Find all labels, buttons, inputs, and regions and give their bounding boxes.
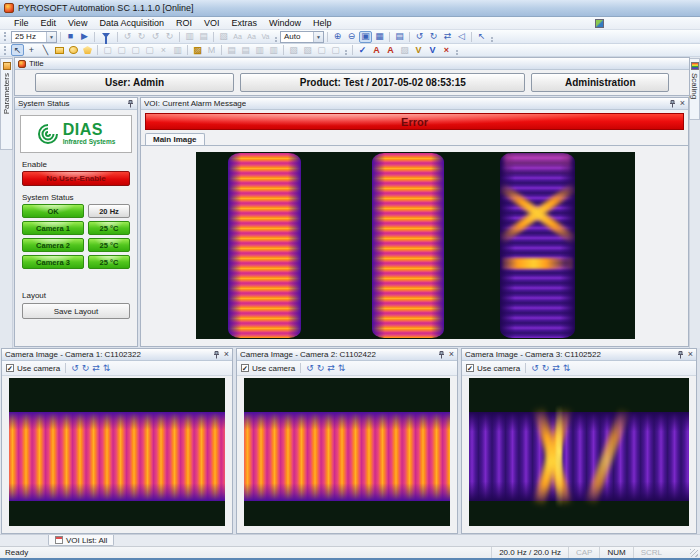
sidebar-tab-parameters[interactable]: Parameters: [0, 58, 13, 150]
menu-help[interactable]: Help: [307, 18, 338, 28]
acq-start-button[interactable]: ▶: [78, 31, 91, 43]
distribute-v-button[interactable]: ▧: [301, 44, 314, 56]
cam-rotate-90-button[interactable]: ↻: [135, 31, 148, 43]
menu-data-acquisition[interactable]: Data Acquisition: [93, 18, 170, 28]
zoom-fit-button[interactable]: ▣: [359, 31, 372, 43]
fullscreen-button[interactable]: ▦: [373, 31, 386, 43]
cam-rotate-0-button[interactable]: ↺: [121, 31, 134, 43]
voi-panel-header[interactable]: VOI: Current Alarm Message ×: [141, 98, 688, 110]
flip-horizontal-icon[interactable]: ⇄: [327, 364, 335, 373]
rectangle-roi-tool[interactable]: [53, 44, 66, 56]
rotate-right-icon[interactable]: ↻: [82, 364, 90, 373]
sidebar-tab-scaling[interactable]: Scaling: [689, 58, 700, 120]
pin-icon[interactable]: [127, 100, 134, 108]
roi-paste-button[interactable]: ▢: [129, 44, 142, 56]
filter-icon[interactable]: [102, 33, 110, 38]
toolbar-overflow[interactable]: [489, 31, 495, 43]
align-bottom-button[interactable]: ▥: [267, 44, 280, 56]
title-panel-header[interactable]: Title: [15, 58, 689, 70]
close-icon[interactable]: ×: [449, 350, 454, 359]
camera3-temp-button[interactable]: 25 °C: [88, 255, 130, 269]
camera3-thermal-image[interactable]: [469, 378, 689, 526]
menu-roi[interactable]: ROI: [170, 18, 198, 28]
polygon-roi-tool[interactable]: [81, 44, 94, 56]
flip-vertical-icon[interactable]: ⇅: [563, 364, 571, 373]
point-tool-button[interactable]: +: [25, 44, 38, 56]
pin-icon[interactable]: [669, 100, 676, 108]
camera3-status-button[interactable]: Camera 3: [22, 255, 84, 269]
frame-rate-combo[interactable]: 25 Hz ▼: [11, 31, 57, 43]
toolbar-grip[interactable]: [4, 32, 8, 41]
administration-button[interactable]: Administration: [531, 73, 669, 92]
clear-labels-button[interactable]: ×: [440, 44, 453, 56]
save-layout-button[interactable]: Save Layout: [22, 303, 130, 319]
acq-stop-button[interactable]: ■: [64, 31, 77, 43]
flip-horizontal-icon[interactable]: ⇄: [552, 364, 560, 373]
flip-vertical-icon[interactable]: ⇅: [338, 364, 346, 373]
voi-v-blue-button[interactable]: V: [426, 44, 439, 56]
record-button[interactable]: ▤: [197, 31, 210, 43]
camera1-temp-button[interactable]: 25 °C: [88, 221, 130, 235]
menu-window[interactable]: Window: [263, 18, 307, 28]
rotate-right-icon[interactable]: ↻: [317, 364, 325, 373]
voi-check-button[interactable]: ✓: [356, 44, 369, 56]
flip-horizontal-button[interactable]: ⇄: [441, 31, 454, 43]
menu-voi[interactable]: VOI: [198, 18, 226, 28]
auto-scale-combo[interactable]: Auto ▼: [280, 31, 324, 43]
rotate-right-icon[interactable]: ↻: [542, 364, 550, 373]
pointer-mode-button[interactable]: ↖: [475, 31, 488, 43]
menu-file[interactable]: File: [8, 18, 35, 28]
product-button[interactable]: Product: Test / 2017-05-02 08:53:15: [240, 73, 525, 92]
rotate-left-icon[interactable]: ↺: [71, 364, 79, 373]
ellipse-roi-tool[interactable]: [67, 44, 80, 56]
align-left-button[interactable]: ▤: [225, 44, 238, 56]
status-ok-button[interactable]: OK: [22, 204, 84, 218]
flip-vertical-icon[interactable]: ⇅: [103, 364, 111, 373]
camera1-status-button[interactable]: Camera 1: [22, 221, 84, 235]
toolbar-overflow[interactable]: [343, 44, 349, 56]
close-icon[interactable]: ×: [224, 350, 229, 359]
rotate-left-icon[interactable]: ↺: [531, 364, 539, 373]
pin-icon[interactable]: [213, 351, 220, 359]
pin-icon[interactable]: [438, 351, 445, 359]
menu-edit[interactable]: Edit: [35, 18, 63, 28]
font-va-button[interactable]: Va: [259, 31, 272, 43]
camera1-thermal-image[interactable]: [9, 378, 225, 526]
chevron-down-icon[interactable]: ▼: [46, 32, 56, 42]
user-enable-button[interactable]: No User-Enable: [22, 171, 130, 186]
snapshot-button[interactable]: ▥: [183, 31, 196, 43]
zoom-in-button[interactable]: ⊕: [331, 31, 344, 43]
rotate-right-button[interactable]: ↻: [427, 31, 440, 43]
system-status-header[interactable]: System Status: [15, 98, 137, 110]
font-aa2-button[interactable]: Aa: [245, 31, 258, 43]
camera2-thermal-image[interactable]: [244, 378, 450, 526]
toolbar-grip[interactable]: [4, 46, 8, 55]
toolbar-overflow[interactable]: [273, 31, 279, 43]
use-camera-checkbox[interactable]: ✓: [6, 364, 14, 372]
flip-vertical-button[interactable]: ◁: [455, 31, 468, 43]
label-a-sup-button[interactable]: A: [370, 44, 383, 56]
close-icon[interactable]: ×: [680, 99, 685, 108]
roi-delete-button[interactable]: ×: [157, 44, 170, 56]
menu-view[interactable]: View: [62, 18, 93, 28]
rotate-left-button[interactable]: ↺: [413, 31, 426, 43]
label-a-sub-button[interactable]: A: [384, 44, 397, 56]
camera1-header[interactable]: Camera Image - Camera 1: C1102322 ×: [2, 349, 232, 361]
use-camera-checkbox[interactable]: ✓: [466, 364, 474, 372]
distribute-h-button[interactable]: ▧: [287, 44, 300, 56]
flip-horizontal-icon[interactable]: ⇄: [92, 364, 100, 373]
menu-extras[interactable]: Extras: [225, 18, 263, 28]
voi-folder-button[interactable]: ▨: [191, 44, 204, 56]
replay-button[interactable]: ▧: [217, 31, 230, 43]
camera2-status-button[interactable]: Camera 2: [22, 238, 84, 252]
cam-rotate-180-button[interactable]: ↺: [149, 31, 162, 43]
rotate-left-icon[interactable]: ↺: [306, 364, 314, 373]
window-titlebar[interactable]: PYROSOFT Automation SC 1.1.1.0 [Online]: [0, 0, 700, 17]
voi-list-tab[interactable]: VOI List: All: [48, 535, 114, 546]
select-tool-button[interactable]: ↖: [11, 44, 24, 56]
font-aa-button[interactable]: Aa: [231, 31, 244, 43]
label-sheet-button[interactable]: ▨: [398, 44, 411, 56]
voi-m-button[interactable]: M: [205, 44, 218, 56]
camera2-temp-button[interactable]: 25 °C: [88, 238, 130, 252]
tab-main-image[interactable]: Main Image: [145, 133, 205, 145]
